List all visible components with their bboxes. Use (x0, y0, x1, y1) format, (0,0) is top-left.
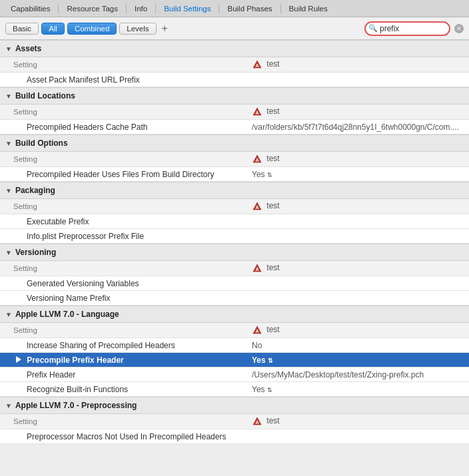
row-name: Preprocessor Macros Not Used In Precompi… (0, 430, 246, 443)
tab-bar: Capabilities Resource Tags Info Build Se… (0, 0, 469, 17)
tab-build-phases[interactable]: Build Phases (219, 2, 280, 15)
arrow-icon: ▼ (5, 402, 12, 409)
section-title-versioning: Versioning (15, 248, 56, 257)
table-row: Executable Prefix (0, 214, 469, 229)
section-header-assets[interactable]: ▼ Assets (0, 40, 469, 57)
content-area: ▼ Assets Setting A test Asset Pack Manif… (0, 40, 469, 444)
svg-text:A: A (255, 158, 258, 162)
row-name: Increase Sharing of Precompiled Headers (0, 339, 246, 352)
svg-text:A: A (255, 420, 258, 425)
setting-value: A test (246, 199, 469, 214)
svg-text:A: A (255, 267, 258, 272)
row-name: Info.plist Preprocessor Prefix File (0, 230, 246, 243)
row-value (246, 435, 469, 439)
setting-value: A test (246, 414, 469, 429)
tab-capabilities[interactable]: Capabilities (3, 2, 58, 15)
row-name: Recognize Built-in Functions (0, 383, 246, 396)
arrow-icon: ▼ (5, 45, 12, 53)
section-header-packaging[interactable]: ▼ Packaging (0, 182, 469, 199)
table-row: Asset Pack Manifest URL Prefix (0, 73, 469, 87)
table-row: Setting A test (0, 57, 469, 73)
play-icon (16, 356, 21, 363)
row-value (246, 296, 469, 300)
row-value (246, 282, 469, 286)
tab-info[interactable]: Info (127, 2, 155, 15)
setting-label: Setting (0, 59, 246, 71)
table-row: Precompiled Headers Cache Path /var/fold… (0, 120, 469, 134)
row-value (246, 220, 469, 224)
setting-label: Setting (0, 153, 246, 165)
row-name: Precompile Prefix Header (0, 354, 246, 367)
table-row: Setting A test (0, 323, 469, 338)
section-header-build-locations[interactable]: ▼ Build Locations (0, 87, 469, 105)
row-value (246, 78, 469, 82)
table-row: Setting A test (0, 199, 469, 214)
row-name: Precompiled Headers Cache Path (0, 120, 246, 134)
section-title-apple-llvm-preprocessing: Apple LLVM 7.0 - Preprocessing (15, 401, 137, 410)
table-row: Preprocessor Macros Not Used In Precompi… (0, 429, 469, 444)
toolbar: Basic All Combined Levels + 🔍 ✕ (0, 17, 469, 40)
svg-text:A: A (255, 205, 258, 210)
search-icon: 🔍 (368, 24, 378, 33)
setting-value: A test (246, 57, 469, 72)
row-value: Yes ⇅ (246, 354, 469, 367)
table-row: Recognize Built-in Functions Yes ⇅ (0, 382, 469, 397)
combined-button[interactable]: Combined (67, 23, 117, 35)
setting-value: A test (246, 323, 469, 338)
section-header-apple-llvm-language[interactable]: ▼ Apple LLVM 7.0 - Language (0, 306, 469, 323)
all-button[interactable]: All (41, 23, 65, 35)
section-build-locations: ▼ Build Locations Setting A test Precomp… (0, 87, 469, 134)
section-build-options: ▼ Build Options Setting A test Precompil… (0, 134, 469, 182)
tab-resource-tags[interactable]: Resource Tags (59, 2, 126, 15)
row-name: Generated Versioning Variables (0, 277, 246, 290)
section-header-build-options[interactable]: ▼ Build Options (0, 134, 469, 152)
section-title-apple-llvm-language: Apple LLVM 7.0 - Language (15, 310, 119, 319)
section-title-build-options: Build Options (15, 138, 68, 148)
arrow-icon: ▼ (5, 140, 12, 147)
search-clear-button[interactable]: ✕ (454, 24, 464, 33)
setting-label: Setting (0, 415, 246, 427)
search-wrapper: 🔍 ✕ (364, 21, 464, 36)
table-row: Versioning Name Prefix (0, 291, 469, 306)
row-name: Asset Pack Manifest URL Prefix (0, 73, 246, 87)
setting-label: Setting (0, 262, 246, 274)
section-apple-llvm-language: ▼ Apple LLVM 7.0 - Language Setting A te… (0, 306, 469, 397)
search-input[interactable] (380, 24, 446, 33)
svg-text:A: A (255, 63, 258, 68)
setting-label: Setting (0, 200, 246, 212)
table-row: Increase Sharing of Precompiled Headers … (0, 338, 469, 353)
row-value (246, 234, 469, 238)
arrow-icon: ▼ (5, 187, 12, 194)
arrow-icon: ▼ (5, 311, 12, 318)
table-row: Precompiled Header Uses Files From Build… (0, 167, 469, 182)
row-value: No (246, 339, 469, 352)
row-value: /Users/MyMac/Desktop/test/test/Zxing-pre… (246, 368, 469, 381)
section-title-assets: Assets (15, 44, 41, 53)
section-assets: ▼ Assets Setting A test Asset Pack Manif… (0, 40, 469, 87)
row-value: Yes ⇅ (246, 383, 469, 396)
row-name: Precompiled Header Uses Files From Build… (0, 168, 246, 181)
row-name: Executable Prefix (0, 215, 246, 228)
tab-build-settings[interactable]: Build Settings (156, 2, 219, 15)
setting-value: A test (246, 105, 469, 119)
section-title-build-locations: Build Locations (15, 91, 75, 101)
table-row: Setting A test (0, 261, 469, 276)
setting-label: Setting (0, 106, 246, 118)
section-versioning: ▼ Versioning Setting A test Generated Ve… (0, 244, 469, 306)
a-icon: A (252, 59, 266, 69)
table-row: Setting A test (0, 105, 469, 120)
section-header-apple-llvm-preprocessing[interactable]: ▼ Apple LLVM 7.0 - Preprocessing (0, 397, 469, 414)
levels-button[interactable]: Levels (119, 23, 156, 35)
svg-text:A: A (255, 329, 258, 334)
setting-value: A test (246, 152, 469, 166)
setting-value: A test (246, 261, 469, 276)
add-button[interactable]: + (159, 23, 171, 34)
basic-button[interactable]: Basic (5, 23, 39, 35)
table-row: Generated Versioning Variables (0, 276, 469, 291)
section-header-versioning[interactable]: ▼ Versioning (0, 244, 469, 261)
tab-build-rules[interactable]: Build Rules (281, 2, 336, 15)
table-row: Prefix Header /Users/MyMac/Desktop/test/… (0, 367, 469, 382)
section-title-packaging: Packaging (15, 186, 55, 195)
table-row-highlighted: Precompile Prefix Header Yes ⇅ (0, 353, 469, 367)
section-apple-llvm-preprocessing: ▼ Apple LLVM 7.0 - Preprocessing Setting… (0, 397, 469, 444)
